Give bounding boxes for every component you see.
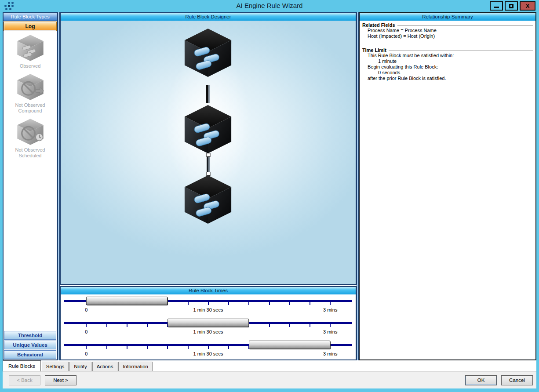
slider-range-handle[interactable]: [168, 319, 249, 327]
ai-engine-rule-wizard-window: AI Engine Rule Wizard X Rule Block Types…: [0, 0, 539, 392]
not-observed-scheduled-cube-icon: [16, 118, 45, 145]
section-rule-line: [389, 51, 533, 51]
log-type-button[interactable]: Log: [4, 22, 56, 31]
rule-block-time-slider-2: 0 1 min 30 secs 3 mins: [64, 317, 352, 339]
close-icon: X: [526, 3, 530, 9]
rule-block-designer-panel: Rule Block Designer: [60, 12, 357, 285]
maximize-icon: [509, 4, 514, 8]
tab-notify[interactable]: Notify: [69, 362, 91, 371]
time-limit-section-title: Time Limit: [362, 47, 533, 53]
observed-cube-icon: [16, 34, 45, 62]
axis-label-end: 3 mins: [323, 307, 337, 312]
ok-button[interactable]: OK: [465, 375, 497, 385]
cancel-button[interactable]: Cancel: [501, 375, 533, 385]
axis-label-start: 0: [85, 351, 87, 356]
tab-information[interactable]: Information: [118, 362, 153, 371]
next-button[interactable]: Next >: [45, 375, 76, 385]
rule-block-times-panel: Rule Block Times 0 1 min 30 secs 3 mins …: [60, 286, 357, 360]
related-field-item: Host (Impacted) = Host (Origin): [362, 33, 533, 39]
window-title: AI Engine Rule Wizard: [0, 2, 539, 9]
time-limit-value: 0 seconds: [362, 70, 533, 76]
type-label: Not Observed Scheduled: [8, 147, 52, 159]
axis-label-mid: 1 min 30 secs: [193, 307, 223, 312]
behavioral-type-button[interactable]: Behavioral: [4, 350, 56, 359]
axis-label-start: 0: [85, 329, 87, 334]
rule-block-times-header: Rule Block Times: [61, 287, 356, 294]
tab-actions[interactable]: Actions: [92, 362, 118, 371]
relationship-summary-header: Relationship Summary: [360, 13, 535, 21]
minimize-button[interactable]: [490, 1, 503, 11]
type-item-observed[interactable]: Observed: [8, 34, 52, 69]
rule-block-cube-1[interactable]: [182, 27, 234, 79]
block-connector-1[interactable]: [206, 85, 210, 103]
rule-block-designer-canvas[interactable]: [61, 21, 356, 284]
time-limit-line: Begin evaluating this Rule Block:: [362, 64, 533, 70]
type-label: Not Observed Compound: [8, 102, 52, 114]
slider-range-handle[interactable]: [249, 341, 330, 349]
rule-block-time-slider-3: 0 1 min 30 secs 3 mins: [64, 339, 352, 361]
tab-rule-blocks[interactable]: Rule Blocks: [3, 360, 41, 371]
unique-values-type-button[interactable]: Unique Values: [4, 341, 56, 349]
block-connector-2-selected[interactable]: [207, 155, 210, 174]
section-rule-line: [397, 25, 533, 26]
rule-block-cube-2[interactable]: [182, 103, 234, 155]
type-item-not-observed-compound[interactable]: Not Observed Compound: [8, 73, 52, 114]
not-observed-compound-cube-icon: [16, 73, 45, 101]
relationship-summary-content: Related Fields Process Name = Process Na…: [360, 21, 535, 83]
type-item-not-observed-scheduled[interactable]: Not Observed Scheduled: [8, 118, 52, 159]
rule-block-time-slider-1: 0 1 min 30 secs 3 mins: [64, 295, 352, 317]
titlebar[interactable]: AI Engine Rule Wizard X: [0, 0, 539, 12]
time-limit-line: after the prior Rule Block is satisfied.: [362, 76, 533, 81]
axis-label-mid: 1 min 30 secs: [193, 351, 223, 356]
related-field-item: Process Name = Process Name: [362, 28, 533, 33]
threshold-type-button[interactable]: Threshold: [4, 331, 56, 340]
rule-block-designer-header: Rule Block Designer: [61, 13, 356, 21]
type-label: Observed: [8, 63, 52, 69]
maximize-button[interactable]: [505, 1, 518, 11]
back-button[interactable]: < Back: [9, 375, 40, 385]
related-fields-section-title: Related Fields: [362, 22, 533, 28]
axis-label-end: 3 mins: [323, 351, 337, 356]
time-limit-line: This Rule Block must be satisfied within…: [362, 53, 533, 58]
rule-block-type-list: Observed Not Observed Compound: [4, 32, 57, 330]
axis-label-end: 3 mins: [323, 329, 337, 334]
connector-handle-top[interactable]: [206, 153, 210, 157]
relationship-summary-panel: Relationship Summary Related Fields Proc…: [359, 12, 536, 360]
wizard-button-bar: < Back Next > OK Cancel: [3, 371, 536, 388]
tab-settings[interactable]: Settings: [42, 362, 69, 371]
close-button[interactable]: X: [520, 1, 535, 11]
rule-block-types-header: Rule Block Types: [4, 13, 57, 21]
wizard-tab-bar: Rule Blocks Settings Notify Actions Info…: [3, 360, 536, 371]
minimize-icon: [494, 7, 499, 8]
rule-block-cube-3[interactable]: [182, 174, 234, 225]
axis-label-mid: 1 min 30 secs: [193, 329, 223, 334]
time-limit-value: 1 minute: [362, 58, 533, 64]
axis-label-start: 0: [85, 307, 87, 312]
rule-block-types-panel: Rule Block Types Log Observed: [3, 12, 58, 360]
slider-range-handle[interactable]: [86, 297, 168, 305]
center-column: Rule Block Designer: [60, 12, 357, 360]
